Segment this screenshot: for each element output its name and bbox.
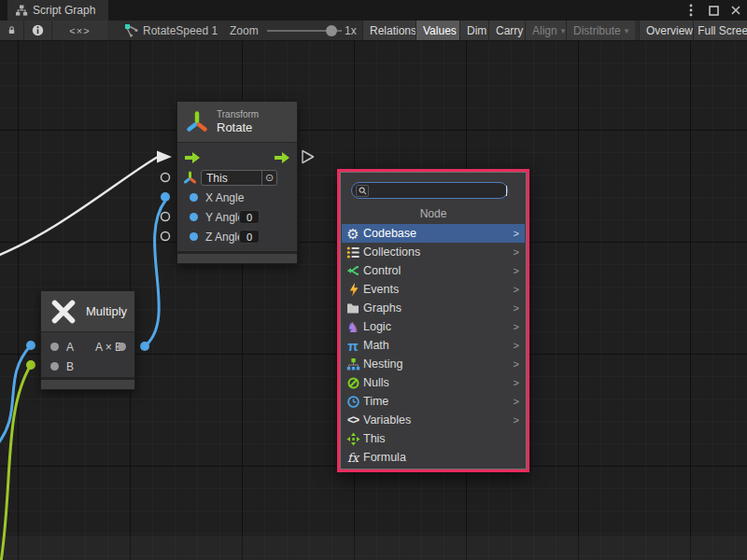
finder-item-control[interactable]: Control >: [342, 261, 525, 280]
tab-label: Script Graph: [33, 4, 95, 17]
yangle-port-row: Y Angle 0: [177, 207, 297, 227]
a-input-port[interactable]: [50, 343, 59, 351]
zangle-value-field[interactable]: 0: [239, 230, 260, 244]
finder-item-variables[interactable]: <> Variables >: [342, 411, 525, 429]
zoom-slider-thumb[interactable]: [326, 25, 337, 36]
xangle-label: X Angle: [205, 191, 244, 204]
overview-button[interactable]: Overview: [639, 21, 699, 40]
finder-item-nesting[interactable]: Nesting >: [342, 355, 525, 373]
lock-button[interactable]: [0, 21, 23, 40]
flow-wire-arrowhead: [157, 151, 172, 163]
fullscreen-button[interactable]: Full Screen: [693, 21, 747, 40]
chevron-down-icon: ▾: [561, 26, 566, 35]
script-graph-window: Script Graph: [0, 0, 747, 560]
xangle-port[interactable]: [190, 193, 198, 202]
branch-icon: [345, 263, 361, 278]
zangle-label: Z Angle: [205, 231, 244, 244]
node-header[interactable]: Multiply: [41, 291, 134, 332]
inspect-button[interactable]: [23, 21, 51, 40]
distribute-dropdown[interactable]: Distribute ▾: [566, 21, 635, 40]
tab-script-graph[interactable]: Script Graph: [7, 0, 108, 21]
align-label: Align: [532, 24, 557, 37]
node-header[interactable]: Transform Rotate: [177, 102, 297, 143]
gear-icon: ⚙: [345, 226, 361, 241]
align-dropdown[interactable]: Align ▾: [525, 21, 571, 40]
finder-search-input[interactable]: [369, 184, 568, 197]
nested-graph-icon: [345, 357, 361, 371]
this-outer-port[interactable]: [162, 174, 170, 182]
this-object-field[interactable]: This ⊙: [201, 170, 277, 186]
finder-item-collections[interactable]: Collections >: [342, 243, 525, 261]
node-footer: [41, 377, 134, 389]
node-title: Rotate: [217, 120, 259, 134]
node-transform-rotate[interactable]: Transform Rotate: [176, 101, 298, 264]
kebab-menu-icon[interactable]: [684, 3, 698, 18]
graph-canvas[interactable]: Transform Rotate: [0, 41, 747, 560]
object-picker-icon[interactable]: ⊙: [261, 171, 276, 185]
node-multiply[interactable]: Multiply A A × B B: [40, 290, 135, 390]
b-input-port[interactable]: [50, 362, 59, 371]
finder-item-label: Graphs: [363, 301, 402, 315]
a-port-row: A A × B: [41, 337, 134, 357]
close-icon[interactable]: [728, 3, 743, 18]
values-toggle[interactable]: Values: [416, 21, 463, 40]
finder-item-label: Control: [363, 264, 401, 277]
distribute-label: Distribute: [573, 24, 621, 37]
finder-item-label: Variables: [363, 413, 411, 427]
finder-item-logic[interactable]: ♞ Logic >: [342, 317, 525, 336]
finder-item-events[interactable]: Events >: [342, 280, 525, 299]
fullscreen-label: Full Screen: [698, 24, 747, 37]
graph-reference[interactable]: RotateSpeed 1: [124, 21, 218, 40]
finder-item-label: Time: [363, 395, 388, 408]
value-wire-to-a[interactable]: [0, 345, 31, 448]
list-icon: [345, 245, 361, 259]
chevron-right-icon: >: [514, 414, 519, 426]
wire-endpoint-dot: [26, 341, 35, 350]
overview-label: Overview: [646, 24, 693, 37]
finder-item-label: Codebase: [363, 227, 416, 240]
finder-item-formula[interactable]: fx Formula: [342, 448, 525, 467]
finder-item-time[interactable]: Time >: [342, 392, 525, 411]
flow-input-arrow-icon[interactable]: [185, 152, 201, 163]
chevron-right-icon: >: [514, 377, 519, 388]
pi-icon: π: [345, 338, 361, 353]
finder-item-label: Nesting: [363, 357, 402, 371]
node-title: Multiply: [86, 304, 127, 318]
chevron-right-icon: >: [514, 228, 519, 239]
lightning-icon: [345, 282, 361, 297]
info-icon: [32, 24, 44, 36]
breadcrumb-root-button[interactable]: <×>: [51, 21, 107, 40]
carry-toggle[interactable]: Carry: [488, 21, 529, 40]
maximize-icon[interactable]: [706, 3, 721, 18]
chevron-right-icon: >: [514, 396, 519, 407]
dim-label: Dim: [467, 24, 486, 37]
yangle-outer-port[interactable]: [162, 213, 170, 221]
wire-endpoint-dot: [26, 360, 35, 370]
product-output-port[interactable]: [118, 343, 126, 351]
finder-item-nulls[interactable]: Nulls >: [342, 373, 525, 392]
flow-output-arrow-icon[interactable]: [275, 152, 290, 163]
flow-wire[interactable]: [0, 157, 158, 258]
value-wire-to-b[interactable]: [1, 365, 31, 560]
zangle-port[interactable]: [190, 232, 198, 241]
zangle-outer-port[interactable]: [162, 232, 170, 241]
value-wire-multiply-to-xangle[interactable]: [145, 201, 165, 346]
finder-item-this[interactable]: This: [342, 429, 525, 448]
finder-item-codebase[interactable]: ⚙ Codebase >: [342, 224, 525, 243]
xangle-connected-port[interactable]: [161, 192, 170, 202]
finder-search-box[interactable]: [351, 182, 508, 199]
xangle-port-row: X Angle: [177, 188, 297, 207]
lock-icon: [7, 24, 17, 36]
finder-item-math[interactable]: π Math >: [342, 336, 525, 355]
chevron-right-icon: >: [514, 302, 519, 314]
yangle-value-field[interactable]: 0: [239, 210, 260, 224]
relations-toggle[interactable]: Relations: [362, 21, 423, 40]
flow-output-outer-port[interactable]: [303, 151, 314, 163]
finder-item-label: Events: [363, 283, 399, 296]
search-icon: [356, 185, 369, 197]
breadcrumb-label: <×>: [69, 25, 90, 36]
chevron-right-icon: >: [514, 358, 519, 370]
finder-item-graphs[interactable]: Graphs >: [342, 299, 525, 317]
yangle-port[interactable]: [190, 213, 198, 221]
transform-icon: [185, 110, 209, 134]
